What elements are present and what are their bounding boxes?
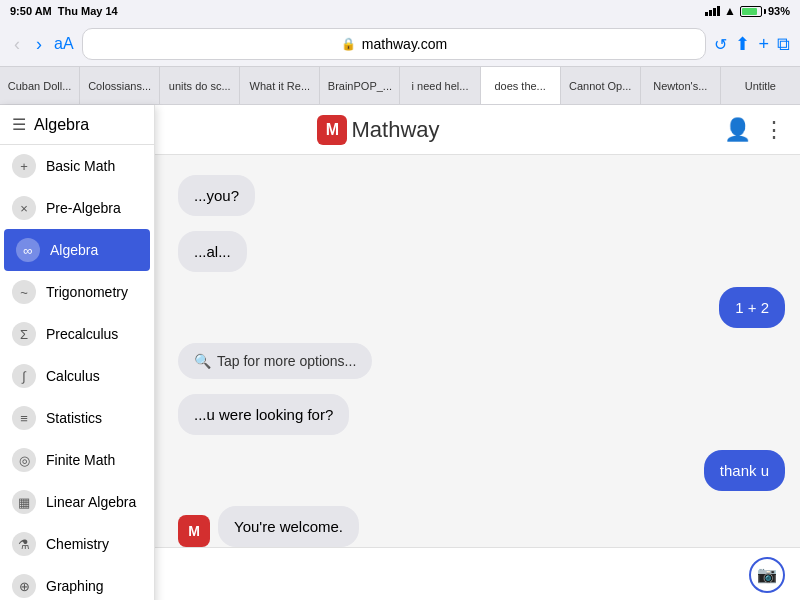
- forward-button[interactable]: ›: [32, 34, 46, 55]
- back-button[interactable]: ‹: [10, 34, 24, 55]
- menu-item-finite-math[interactable]: ◎Finite Math: [0, 439, 154, 481]
- menu-item-basic-math[interactable]: +Basic Math: [0, 145, 154, 187]
- share-button[interactable]: ⬆: [735, 33, 750, 55]
- more-options-icon[interactable]: ⋮: [763, 117, 785, 143]
- tab-2[interactable]: units do sc...: [160, 67, 240, 104]
- mathway-actions: 👤 ⋮: [724, 117, 785, 143]
- search-icon: 🔍: [194, 353, 211, 369]
- battery-indicator: 93%: [740, 5, 790, 17]
- menu-icon-algebra: ∞: [16, 238, 40, 262]
- options-text: Tap for more options...: [217, 353, 356, 369]
- status-bar: 9:50 AM Thu May 14 ▲ 93%: [0, 0, 800, 22]
- subject-dropdown: ☰ Algebra +Basic Math×Pre-Algebra∞Algebr…: [0, 105, 155, 600]
- menu-icon-finite-math: ◎: [12, 448, 36, 472]
- camera-button[interactable]: 📷: [749, 557, 785, 593]
- menu-label-linear-algebra: Linear Algebra: [46, 494, 136, 510]
- menu-label-graphing: Graphing: [46, 578, 104, 594]
- tab-3[interactable]: What it Re...: [240, 67, 320, 104]
- menu-label-statistics: Statistics: [46, 410, 102, 426]
- browser-toolbar: ‹ › aA 🔒 mathway.com ↺ ⬆ + ⧉: [0, 22, 800, 67]
- dropdown-title: Algebra: [34, 116, 89, 134]
- menu-label-pre-algebra: Pre-Algebra: [46, 200, 121, 216]
- menu-label-finite-math: Finite Math: [46, 452, 115, 468]
- reader-button[interactable]: aA: [54, 35, 74, 53]
- main-content: ☰ Algebra +Basic Math×Pre-Algebra∞Algebr…: [0, 105, 800, 600]
- reload-button[interactable]: ↺: [714, 35, 727, 54]
- menu-label-chemistry: Chemistry: [46, 536, 109, 552]
- menu-item-chemistry[interactable]: ⚗Chemistry: [0, 523, 154, 565]
- menu-icon-graphing: ⊕: [12, 574, 36, 598]
- browser-actions: ⬆ + ⧉: [735, 33, 790, 55]
- menu-item-calculus[interactable]: ∫Calculus: [0, 355, 154, 397]
- options-bubble[interactable]: 🔍 Tap for more options...: [178, 343, 372, 379]
- bot-avatar: M: [178, 515, 210, 547]
- menu-icon-chemistry: ⚗: [12, 532, 36, 556]
- menu-item-linear-algebra[interactable]: ▦Linear Algebra: [0, 481, 154, 523]
- menu-item-graphing[interactable]: ⊕Graphing: [0, 565, 154, 600]
- hamburger-icon[interactable]: ☰: [12, 115, 26, 134]
- menu-label-calculus: Calculus: [46, 368, 100, 384]
- tab-bar: Cuban Doll...Colossians...units do sc...…: [0, 67, 800, 105]
- menu-icon-calculus: ∫: [12, 364, 36, 388]
- tab-4[interactable]: BrainPOP_...: [320, 67, 400, 104]
- menu-icon-linear-algebra: ▦: [12, 490, 36, 514]
- menu-icon-precalculus: Σ: [12, 322, 36, 346]
- bot-bubble-4: You're welcome.: [218, 506, 359, 547]
- user-bubble-2: thank u: [704, 450, 785, 491]
- menu-item-algebra[interactable]: ∞Algebra: [4, 229, 150, 271]
- wifi-icon: ▲: [724, 4, 736, 18]
- lock-icon: 🔒: [341, 37, 356, 51]
- menu-label-trigonometry: Trigonometry: [46, 284, 128, 300]
- menu-label-basic-math: Basic Math: [46, 158, 115, 174]
- menu-label-precalculus: Precalculus: [46, 326, 118, 342]
- menu-icon-pre-algebra: ×: [12, 196, 36, 220]
- tab-6[interactable]: does the...: [481, 67, 561, 104]
- tab-8[interactable]: Newton's...: [641, 67, 721, 104]
- tab-7[interactable]: Cannot Op...: [561, 67, 641, 104]
- bot-bubble-2: ...al...: [178, 231, 247, 272]
- time: 9:50 AM: [10, 5, 52, 17]
- dropdown-header: ☰ Algebra: [0, 105, 154, 145]
- tab-0[interactable]: Cuban Doll...: [0, 67, 80, 104]
- address-bar[interactable]: 🔒 mathway.com: [82, 28, 707, 60]
- tab-9[interactable]: Untitle: [721, 67, 800, 104]
- menu-icon-basic-math: +: [12, 154, 36, 178]
- menu-label-algebra: Algebra: [50, 242, 98, 258]
- url-text: mathway.com: [362, 36, 447, 52]
- menu-item-trigonometry[interactable]: ~Trigonometry: [0, 271, 154, 313]
- mathway-logo-letter: M: [317, 115, 347, 145]
- menu-item-statistics[interactable]: ≡Statistics: [0, 397, 154, 439]
- date: Thu May 14: [58, 5, 118, 17]
- bot-bubble-1: ...you?: [178, 175, 255, 216]
- tab-5[interactable]: i need hel...: [400, 67, 480, 104]
- menu-item-precalculus[interactable]: ΣPrecalculus: [0, 313, 154, 355]
- menu-icon-statistics: ≡: [12, 406, 36, 430]
- menu-item-pre-algebra[interactable]: ×Pre-Algebra: [0, 187, 154, 229]
- user-bubble-1: 1 + 2: [719, 287, 785, 328]
- mathway-logo: M Mathway: [317, 115, 439, 145]
- battery-percent: 93%: [768, 5, 790, 17]
- tab-1[interactable]: Colossians...: [80, 67, 160, 104]
- camera-icon: 📷: [757, 565, 777, 584]
- mathway-logo-name: Mathway: [351, 117, 439, 143]
- menu-icon-trigonometry: ~: [12, 280, 36, 304]
- tabs-button[interactable]: ⧉: [777, 33, 790, 55]
- bot-bubble-3: ...u were looking for?: [178, 394, 349, 435]
- signal-icon: [705, 6, 720, 16]
- add-tab-button[interactable]: +: [758, 33, 769, 55]
- user-icon[interactable]: 👤: [724, 117, 751, 143]
